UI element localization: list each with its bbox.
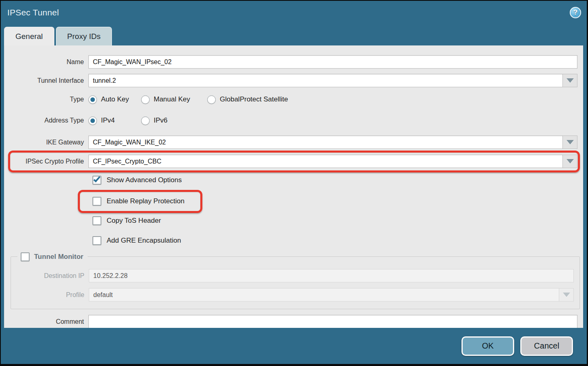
tunnel-interface-combo — [88, 74, 577, 87]
radio-manual-key[interactable] — [141, 95, 150, 104]
chevron-down-icon — [563, 293, 570, 297]
tab-general[interactable]: General — [4, 27, 54, 45]
help-icon[interactable]: ? — [570, 7, 581, 18]
ike-gateway-dropdown-button[interactable] — [562, 136, 577, 149]
radio-option-auto-key: Auto Key — [88, 95, 141, 104]
radio-globalprotect-satellite-label: GlobalProtect Satellite — [220, 95, 288, 103]
tunnel-monitor-checkbox[interactable] — [21, 252, 30, 261]
tab-strip: General Proxy IDs — [1, 24, 587, 45]
ok-button[interactable]: OK — [461, 336, 514, 356]
chevron-down-icon — [567, 140, 574, 144]
radio-option-globalprotect-satellite: GlobalProtect Satellite — [207, 95, 288, 104]
dialog-title: IPSec Tunnel — [7, 8, 59, 17]
profile-dropdown-button — [559, 288, 574, 301]
general-tab-panel: Name Tunnel Interface Type Auto Key Manu… — [4, 45, 583, 328]
ipsec-crypto-profile-row: IPSec Crypto Profile — [8, 155, 577, 168]
radio-option-manual-key: Manual Key — [141, 95, 207, 104]
add-gre-encapsulation-checkbox[interactable] — [92, 236, 101, 245]
add-gre-encapsulation-label: Add GRE Encapsulation — [107, 237, 181, 245]
name-input[interactable] — [88, 55, 577, 69]
ike-gateway-combo — [88, 136, 577, 149]
radio-auto-key[interactable] — [88, 95, 97, 104]
name-label: Name — [8, 58, 88, 66]
ipsec-crypto-profile-dropdown-button[interactable] — [562, 155, 577, 168]
add-gre-encapsulation-row: Add GRE Encapsulation — [8, 235, 577, 246]
profile-input — [89, 288, 559, 301]
tunnel-monitor-legend: Tunnel Monitor — [17, 251, 88, 263]
type-label: Type — [8, 96, 88, 103]
radio-auto-key-label: Auto Key — [101, 95, 129, 103]
radio-option-ipv6: IPv6 — [141, 116, 167, 125]
ipsec-crypto-profile-combo — [88, 155, 577, 168]
profile-combo — [89, 288, 574, 301]
ike-gateway-row: IKE Gateway — [8, 136, 577, 149]
enable-replay-protection-label: Enable Replay Protection — [107, 197, 185, 205]
radio-option-ipv4: IPv4 — [88, 116, 141, 125]
destination-ip-row: Destination IP — [11, 269, 574, 282]
ipsec-tunnel-dialog: IPSec Tunnel ? General Proxy IDs Name Tu… — [0, 0, 588, 366]
radio-globalprotect-satellite[interactable] — [207, 95, 216, 104]
chevron-down-icon — [567, 78, 574, 83]
tunnel-monitor-section: Tunnel Monitor Destination IP Profile — [11, 256, 580, 309]
comment-label: Comment — [8, 318, 88, 325]
comment-input[interactable] — [88, 315, 577, 328]
destination-ip-label: Destination IP — [11, 272, 89, 280]
show-advanced-options-checkbox[interactable] — [92, 176, 101, 185]
profile-row: Profile — [11, 288, 574, 301]
ipsec-crypto-profile-input[interactable] — [88, 155, 563, 168]
checkmark-icon — [93, 175, 100, 183]
chevron-down-icon — [567, 159, 574, 164]
help-icon-glyph: ? — [573, 9, 577, 17]
tunnel-interface-row: Tunnel Interface — [8, 74, 577, 87]
ipsec-crypto-profile-label: IPSec Crypto Profile — [8, 158, 88, 165]
ike-gateway-label: IKE Gateway — [8, 139, 88, 146]
title-bar: IPSec Tunnel ? — [1, 1, 587, 24]
radio-ipv6[interactable] — [141, 116, 150, 125]
radio-manual-key-label: Manual Key — [154, 95, 190, 103]
address-type-row: Address Type IPv4 IPv6 — [8, 115, 577, 126]
tunnel-monitor-label: Tunnel Monitor — [34, 253, 84, 261]
destination-ip-input — [89, 269, 574, 282]
tunnel-interface-input[interactable] — [88, 74, 563, 87]
ike-gateway-input[interactable] — [88, 136, 563, 149]
cancel-button[interactable]: Cancel — [520, 336, 573, 356]
radio-ipv4-label: IPv4 — [101, 116, 115, 125]
copy-tos-header-row: Copy ToS Header — [8, 215, 577, 226]
dialog-footer: OK Cancel — [1, 328, 587, 364]
tunnel-interface-label: Tunnel Interface — [8, 77, 88, 84]
show-advanced-options-label: Show Advanced Options — [107, 176, 182, 184]
address-type-label: Address Type — [8, 117, 88, 124]
tunnel-interface-dropdown-button[interactable] — [562, 74, 577, 87]
enable-replay-protection-checkbox[interactable] — [92, 197, 101, 206]
comment-row: Comment — [8, 315, 577, 328]
show-advanced-options-row: Show Advanced Options — [8, 174, 577, 186]
tab-proxy-ids[interactable]: Proxy IDs — [56, 27, 112, 45]
radio-ipv4[interactable] — [88, 116, 97, 125]
name-row: Name — [8, 55, 577, 69]
profile-label: Profile — [11, 291, 89, 299]
radio-ipv6-label: IPv6 — [154, 116, 167, 125]
copy-tos-header-label: Copy ToS Header — [107, 217, 161, 225]
copy-tos-header-checkbox[interactable] — [92, 216, 101, 225]
type-row: Type Auto Key Manual Key GlobalProtect S… — [8, 94, 577, 105]
enable-replay-protection-row: Enable Replay Protection — [8, 196, 577, 207]
